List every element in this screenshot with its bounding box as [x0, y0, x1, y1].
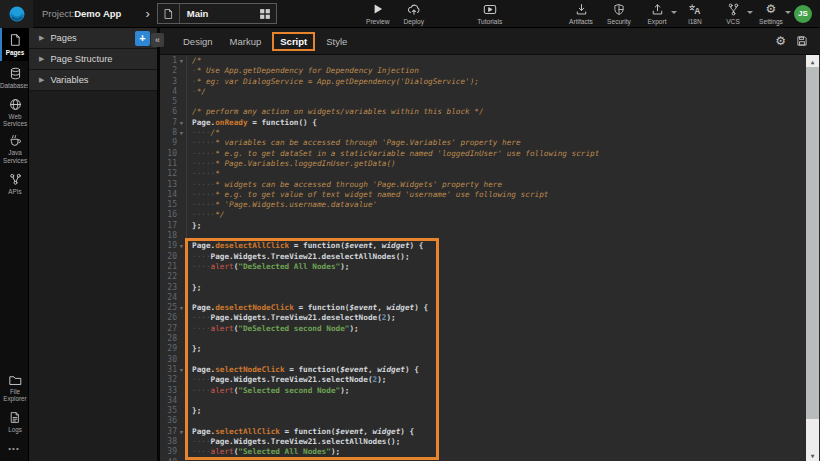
user-avatar[interactable]: JS	[794, 5, 812, 23]
fold-marker-icon[interactable]: ▼	[177, 303, 186, 313]
code-text: Page.selectAllClick = function($event, w…	[187, 427, 414, 437]
token: Page.Widgets.TreeView21.selectNode(	[211, 375, 373, 384]
action-label: Preview	[366, 18, 389, 25]
token: * Use App.getDependency for Dependency I…	[197, 66, 419, 75]
tab-style[interactable]: Style	[326, 33, 347, 50]
line-gutter: 24	[160, 293, 187, 303]
code-line: 6/* perform any action on widgets/variab…	[160, 107, 820, 117]
token: = function(	[280, 427, 336, 436]
code-line: 28	[160, 334, 820, 344]
token: $event	[340, 365, 368, 374]
settings-button[interactable]: ⚙Settings	[758, 3, 784, 25]
i18n-button[interactable]: Ai18N	[682, 3, 708, 25]
token: );	[386, 313, 395, 322]
code-text	[187, 396, 192, 406]
code-line: 35};	[160, 406, 820, 416]
whitespace-dots: ·····	[192, 138, 215, 147]
scroll-down-icon[interactable]: ▼	[806, 449, 819, 461]
action-label: Security	[607, 18, 631, 25]
script-editor[interactable]: 1▼/*2·* Use App.getDependency for Depend…	[160, 55, 820, 461]
fold-marker-icon[interactable]: ▼	[177, 427, 186, 437]
token: );	[377, 375, 386, 384]
code-line: 37▼Page.selectAllClick = function($event…	[160, 427, 820, 437]
token: */	[197, 87, 206, 96]
code-line: 24	[160, 293, 820, 303]
chevron-down-icon[interactable]	[747, 11, 753, 14]
line-gutter: 13	[160, 180, 187, 190]
export-button[interactable]: Export	[644, 3, 670, 25]
line-number: 4	[160, 87, 177, 97]
token: /*	[211, 128, 220, 137]
panel-collapse-button[interactable]: «	[151, 33, 164, 47]
save-icon[interactable]	[796, 35, 808, 47]
fold-spacer	[177, 396, 186, 406]
breadcrumb-chevron-icon[interactable]: ›	[145, 7, 149, 20]
token: onReady	[215, 118, 247, 127]
line-number: 19	[160, 241, 177, 251]
fold-spacer	[177, 138, 186, 148]
gear-icon: ⚙	[766, 3, 777, 16]
app-logo[interactable]	[0, 0, 33, 28]
panel-section-page-structure[interactable]: ▶Page Structure	[29, 49, 157, 70]
grid-icon[interactable]	[254, 8, 276, 20]
editor-scrollbar[interactable]: ▲ ▼	[806, 55, 819, 461]
line-number: 20	[160, 252, 177, 262]
line-gutter: 31▼	[160, 365, 187, 375]
preview-button[interactable]: Preview	[365, 3, 391, 25]
more-menu-button[interactable]: •••	[0, 438, 28, 461]
sidebar-item-file-explorer[interactable]: File Explorer	[0, 370, 28, 405]
fold-spacer	[177, 66, 186, 76]
artifacts-button[interactable]: Artifacts	[568, 3, 594, 25]
fold-marker-icon[interactable]: ▼	[177, 118, 186, 128]
sidebar-item-logs[interactable]: Logs	[0, 405, 28, 438]
scrollbar-thumb[interactable]	[806, 67, 819, 419]
tutorials-button[interactable]: Tutorials	[477, 3, 503, 25]
token: alert	[211, 386, 234, 395]
security-button[interactable]: Security	[606, 3, 632, 25]
token: widget	[382, 241, 410, 250]
token: /*	[192, 56, 201, 65]
token: ) {	[414, 303, 428, 312]
line-gutter: 2	[160, 66, 187, 76]
sidebar-item-databases[interactable]: Databases	[0, 61, 28, 94]
line-gutter: 6	[160, 107, 187, 117]
sidebar-item-pages[interactable]: Pages	[0, 28, 28, 61]
filetext-icon	[9, 411, 21, 424]
code-line: 7▼Page.onReady = function() {	[160, 118, 820, 128]
fold-marker-icon[interactable]: ▼	[177, 128, 186, 138]
code-text	[187, 458, 192, 461]
sidebar-item-java-services[interactable]: Java Services	[0, 130, 28, 166]
tab-markup[interactable]: Markup	[230, 33, 262, 50]
sidebar-item-apis[interactable]: APIs	[0, 167, 28, 200]
tab-design[interactable]: Design	[183, 33, 213, 50]
page-selector[interactable]: Main	[157, 3, 277, 24]
panel-section-pages[interactable]: ▶Pages+	[29, 28, 157, 49]
line-number: 37	[160, 427, 177, 437]
add-page-button[interactable]: +	[135, 31, 150, 46]
code-text: ·····*	[187, 169, 220, 179]
line-number: 40	[160, 458, 177, 461]
whitespace-dots: ·····	[192, 149, 215, 158]
scrollbar-track[interactable]	[806, 419, 819, 449]
fold-marker-icon[interactable]: ▼	[177, 365, 186, 375]
line-number: 9	[160, 138, 177, 148]
panel-section-label: Pages	[50, 33, 135, 43]
chevron-down-icon[interactable]	[785, 11, 791, 14]
cloud-up-icon	[407, 3, 421, 16]
line-gutter: 5	[160, 97, 187, 107]
fold-marker-icon[interactable]: ▼	[177, 241, 186, 251]
code-line: 1▼/*	[160, 56, 820, 66]
line-number: 17	[160, 221, 177, 231]
fold-marker-icon[interactable]: ▼	[177, 56, 186, 66]
editor-settings-icon[interactable]: ⚙	[775, 35, 786, 47]
vcs-button[interactable]: VCS	[720, 3, 746, 25]
whitespace-dots: ·····	[192, 180, 215, 189]
panel-section-variables[interactable]: ▶Variables	[29, 70, 157, 91]
sidebar-item-web-services[interactable]: Web Services	[0, 94, 28, 130]
scroll-up-icon[interactable]: ▲	[806, 55, 819, 67]
line-gutter: 16	[160, 210, 187, 220]
tab-script[interactable]: Script	[272, 32, 315, 51]
chevron-down-icon[interactable]	[671, 11, 677, 14]
deploy-button[interactable]: Deploy	[401, 3, 427, 25]
line-number: 2	[160, 66, 177, 76]
